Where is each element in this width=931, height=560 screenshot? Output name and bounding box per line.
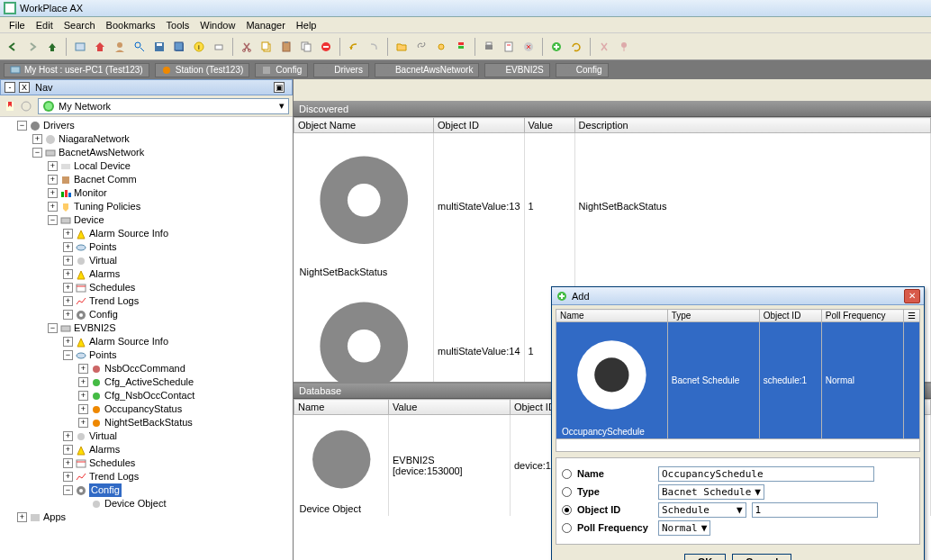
dup-button[interactable] bbox=[297, 38, 315, 56]
col-picker[interactable]: ☰ bbox=[904, 310, 920, 322]
tree-item[interactable]: Config bbox=[89, 308, 118, 321]
tree-item[interactable]: Alarms bbox=[89, 267, 120, 281]
table-row[interactable]: OccupancySchedule Bacnet Scheduleschedul… bbox=[556, 322, 920, 439]
objid-num-field[interactable] bbox=[752, 502, 878, 518]
network-dropdown[interactable]: My Network ▾ bbox=[38, 98, 289, 114]
user-button[interactable] bbox=[111, 38, 129, 56]
dialog-grid[interactable]: Name Type Object ID Poll Frequency ☰ Occ… bbox=[556, 309, 920, 452]
menu-file[interactable]: File bbox=[4, 19, 31, 32]
menu-manager[interactable]: Manager bbox=[240, 19, 290, 32]
table-row[interactable]: NightSetBackStatusmultiStateValue:131Nig… bbox=[294, 133, 931, 279]
cut-button[interactable] bbox=[238, 38, 256, 56]
menu-help[interactable]: Help bbox=[291, 19, 322, 32]
dbcol-name[interactable]: Name bbox=[294, 400, 389, 415]
bookmark-icon[interactable] bbox=[4, 100, 16, 113]
tree-item[interactable]: NsbOccCommand bbox=[104, 362, 185, 375]
tree-comm[interactable]: Bacnet Comm bbox=[74, 173, 137, 186]
recent-icon[interactable] bbox=[20, 100, 32, 113]
undo-button[interactable] bbox=[345, 38, 363, 56]
nav-toggle[interactable]: - bbox=[5, 82, 15, 93]
ok-button[interactable]: OK bbox=[684, 554, 727, 560]
path-device[interactable]: EVBNI2S bbox=[484, 63, 549, 77]
tree-item[interactable]: OccupancyStatus bbox=[104, 402, 182, 416]
menu-bookmarks[interactable]: Bookmarks bbox=[101, 19, 161, 32]
saveall-button[interactable] bbox=[170, 38, 188, 56]
tree-evb-sched[interactable]: Schedules bbox=[89, 456, 135, 470]
menu-edit[interactable]: Edit bbox=[31, 19, 59, 32]
tree-item[interactable]: Cfg_ActiveSchedule bbox=[104, 375, 194, 389]
folder-button[interactable] bbox=[393, 38, 411, 56]
pin-button[interactable] bbox=[615, 38, 633, 56]
tree-item[interactable]: Alarm Source Info bbox=[89, 227, 168, 240]
link-button[interactable] bbox=[412, 38, 430, 56]
path-config2[interactable]: Config bbox=[556, 63, 609, 77]
find-button[interactable] bbox=[131, 38, 149, 56]
close-icon[interactable]: ✕ bbox=[904, 289, 920, 303]
tree-evb[interactable]: EVBNI2S bbox=[74, 321, 115, 335]
path-host[interactable]: My Host : user-PC1 (Test123) bbox=[4, 63, 149, 77]
redo-button[interactable] bbox=[365, 38, 383, 56]
tree-evb-virtual[interactable]: Virtual bbox=[89, 429, 117, 443]
menu-tools[interactable]: Tools bbox=[161, 19, 195, 32]
marks-button[interactable] bbox=[452, 38, 470, 56]
tree-drivers[interactable]: Drivers bbox=[43, 119, 75, 132]
fwd-button[interactable] bbox=[23, 38, 41, 56]
tree-evb-points[interactable]: Points bbox=[89, 348, 117, 362]
nav-expand[interactable]: ▣ bbox=[274, 82, 285, 93]
tree-devobj[interactable]: Device Object bbox=[104, 497, 166, 510]
tree-expand[interactable]: − bbox=[17, 121, 27, 131]
back-button[interactable] bbox=[4, 38, 22, 56]
tree-evb-alarms[interactable]: Alarms bbox=[89, 443, 120, 456]
dbcol-value[interactable]: Value bbox=[389, 400, 511, 415]
radio-name[interactable] bbox=[562, 469, 572, 479]
path-station[interactable]: Station (Test123) bbox=[155, 63, 250, 77]
tree-evb-alarm[interactable]: Alarm Source Info bbox=[89, 335, 168, 348]
copy-button[interactable] bbox=[258, 38, 276, 56]
path-drivers[interactable]: Drivers bbox=[313, 63, 369, 77]
objid-select[interactable]: Schedule▼ bbox=[658, 502, 746, 518]
name-field[interactable] bbox=[658, 466, 874, 482]
recent-button[interactable] bbox=[71, 38, 89, 56]
col-objname[interactable]: Object Name bbox=[294, 118, 434, 133]
tree-niagara[interactable]: NiagaraNetwork bbox=[59, 132, 130, 146]
tree-evb-trend[interactable]: Trend Logs bbox=[89, 470, 139, 483]
col-desc[interactable]: Description bbox=[574, 118, 930, 133]
poll-select[interactable]: Normal▼ bbox=[658, 520, 710, 536]
tree-localdev[interactable]: Local Device bbox=[74, 159, 131, 173]
tree-item[interactable]: Points bbox=[89, 240, 117, 254]
tree-item[interactable]: Schedules bbox=[89, 281, 135, 294]
delete-button[interactable] bbox=[317, 38, 335, 56]
path-config[interactable]: Config bbox=[255, 63, 308, 77]
info-button[interactable]: i bbox=[190, 38, 208, 56]
paste-button[interactable] bbox=[277, 38, 295, 56]
home-button[interactable] bbox=[91, 38, 109, 56]
cancel-button[interactable]: Cancel bbox=[732, 554, 791, 560]
tree-item[interactable]: NightSetBackStatus bbox=[104, 416, 193, 429]
close-x-button[interactable] bbox=[520, 38, 538, 56]
save-button[interactable] bbox=[150, 38, 168, 56]
print-button[interactable] bbox=[480, 38, 498, 56]
tree-apps[interactable]: Apps bbox=[43, 510, 66, 524]
col-value[interactable]: Value bbox=[524, 118, 574, 133]
radio-objid[interactable] bbox=[562, 505, 572, 515]
cut2-button[interactable] bbox=[595, 38, 613, 56]
tree-device[interactable]: Device bbox=[74, 213, 104, 227]
path-network[interactable]: BacnetAwsNetwork bbox=[375, 63, 480, 77]
gear-button[interactable] bbox=[432, 38, 450, 56]
radio-type[interactable] bbox=[562, 487, 572, 497]
ord-button[interactable] bbox=[210, 38, 228, 56]
tree-monitor[interactable]: Monitor bbox=[74, 186, 107, 200]
nav-tree[interactable]: −Drivers +NiagaraNetwork −BacnetAwsNetwo… bbox=[0, 117, 293, 560]
tree-evb-config[interactable]: Config bbox=[89, 483, 122, 497]
tree-bacnet[interactable]: BacnetAwsNetwork bbox=[59, 146, 144, 159]
nav-x[interactable]: X bbox=[19, 82, 30, 93]
add-circle-button[interactable] bbox=[547, 38, 565, 56]
menu-search[interactable]: Search bbox=[59, 19, 101, 32]
menu-window[interactable]: Window bbox=[194, 19, 240, 32]
up-button[interactable] bbox=[43, 38, 61, 56]
tree-item[interactable]: Trend Logs bbox=[89, 294, 139, 308]
report-button[interactable] bbox=[500, 38, 518, 56]
refresh-button[interactable] bbox=[567, 38, 585, 56]
tree-item[interactable]: Cfg_NsbOccContact bbox=[104, 389, 194, 402]
radio-poll[interactable] bbox=[562, 523, 572, 533]
